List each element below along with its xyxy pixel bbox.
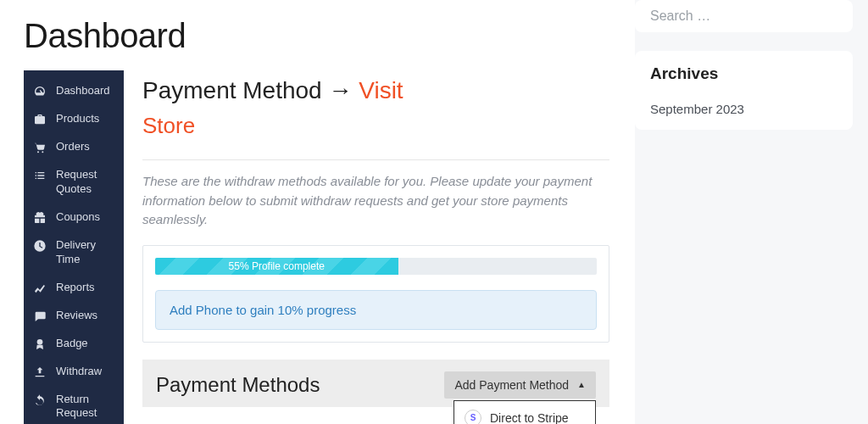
progress-tip-alert[interactable]: Add Phone to gain 10% progress bbox=[155, 290, 597, 330]
sidebar-item-products[interactable]: Products bbox=[24, 105, 124, 133]
triangle-up-icon: ▲ bbox=[577, 380, 586, 389]
briefcase-icon bbox=[32, 113, 47, 126]
description-text: These are the withdraw methods available… bbox=[142, 172, 609, 230]
chart-icon bbox=[32, 282, 47, 295]
sidebar-item-label: Withdraw bbox=[56, 365, 102, 379]
profile-progress-card: 55% Profile complete Add Phone to gain 1… bbox=[142, 245, 609, 343]
add-payment-method-button[interactable]: Add Payment Method ▲ bbox=[444, 371, 596, 399]
sidebar-item-label: Delivery Time bbox=[56, 238, 115, 267]
sidebar-item-withdraw[interactable]: Withdraw bbox=[24, 358, 124, 386]
sidebar-item-coupons[interactable]: Coupons bbox=[24, 204, 124, 232]
stripe-icon: S bbox=[465, 410, 481, 425]
payment-methods-title: Payment Methods bbox=[156, 373, 320, 397]
payment-option-direct-to-stripe[interactable]: S Direct to Stripe bbox=[454, 401, 595, 425]
sidebar-item-label: Request Quotes bbox=[56, 168, 115, 197]
divider bbox=[142, 159, 609, 160]
page-title: Dashboard bbox=[24, 17, 609, 55]
sidebar-item-reviews[interactable]: Reviews bbox=[24, 302, 124, 330]
search-widget bbox=[635, 0, 853, 32]
sidebar-item-request-quotes[interactable]: Request Quotes bbox=[24, 161, 124, 204]
visit-store-link-line2[interactable]: Store bbox=[142, 113, 609, 139]
badge-icon bbox=[32, 338, 47, 351]
sidebar-item-label: Badge bbox=[56, 337, 88, 351]
progress-bar-fill: 55% Profile complete bbox=[155, 258, 398, 275]
progress-bar-track: 55% Profile complete bbox=[155, 258, 597, 275]
archives-title: Archives bbox=[650, 64, 837, 83]
undo-icon bbox=[32, 393, 47, 407]
gauge-icon bbox=[32, 85, 47, 98]
upload-icon bbox=[32, 365, 47, 379]
visit-store-link[interactable]: Visit bbox=[359, 77, 403, 103]
sidebar-item-label: Orders bbox=[56, 140, 90, 154]
list-icon bbox=[32, 169, 47, 182]
add-payment-method-label: Add Payment Method bbox=[454, 378, 569, 392]
sidebar-item-label: Return Request bbox=[56, 393, 115, 421]
search-input[interactable] bbox=[650, 8, 837, 24]
gift-icon bbox=[32, 211, 47, 225]
payment-option-label: Direct to Stripe bbox=[490, 411, 569, 425]
chat-icon bbox=[32, 310, 47, 323]
sidebar-item-delivery-time[interactable]: Delivery Time bbox=[24, 232, 124, 274]
svg-point-0 bbox=[37, 151, 39, 153]
archives-widget: Archives September 2023 bbox=[635, 51, 853, 130]
sidebar-item-label: Dashboard bbox=[56, 84, 110, 98]
sidebar-item-reports[interactable]: Reports bbox=[24, 274, 124, 302]
sidebar-item-label: Coupons bbox=[56, 210, 100, 225]
right-sidebar: Archives September 2023 bbox=[635, 0, 868, 424]
payment-method-dropdown: S Direct to Stripe bbox=[453, 400, 596, 425]
sidebar-item-label: Reviews bbox=[56, 309, 97, 323]
svg-point-1 bbox=[42, 151, 43, 153]
content-area: Payment Method → Visit Store These are t… bbox=[142, 70, 609, 424]
payment-methods-header: Payment Methods Add Payment Method ▲ S D… bbox=[142, 360, 609, 407]
sidebar-item-orders[interactable]: Orders bbox=[24, 133, 124, 161]
heading-text: Payment Method bbox=[142, 77, 322, 103]
cart-icon bbox=[32, 141, 47, 154]
arrow-right-icon: → bbox=[328, 77, 352, 103]
sidebar-item-badge[interactable]: Badge bbox=[24, 330, 124, 358]
sidebar-item-dashboard[interactable]: Dashboard bbox=[24, 77, 124, 105]
svg-point-2 bbox=[37, 339, 43, 345]
vendor-sidebar: Dashboard Products Orders Request Quotes… bbox=[24, 70, 124, 424]
clock-icon bbox=[32, 239, 47, 253]
sidebar-item-label: Products bbox=[56, 112, 99, 126]
sidebar-item-label: Reports bbox=[56, 281, 95, 295]
sidebar-item-return-request[interactable]: Return Request bbox=[24, 386, 124, 424]
content-heading: Payment Method → Visit bbox=[142, 77, 609, 104]
archive-link[interactable]: September 2023 bbox=[650, 102, 837, 116]
